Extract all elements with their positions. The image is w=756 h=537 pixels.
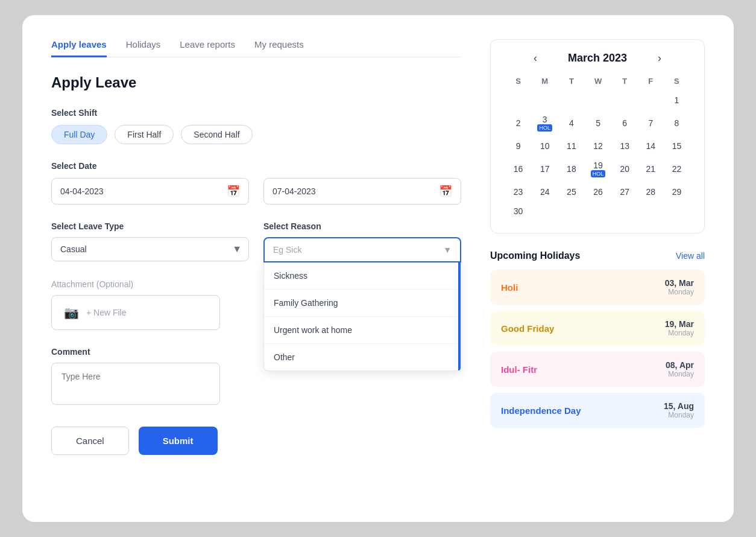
calendar-day[interactable]: 26 [584, 182, 611, 202]
date-row: 04-04-2023 📅 07-04-2023 📅 [51, 178, 461, 205]
calendar-day[interactable] [638, 202, 664, 221]
calendar-day[interactable]: 15 [664, 136, 690, 156]
tab-holidays[interactable]: Holidays [126, 39, 161, 57]
reason-trigger[interactable]: Eg Sick ▼ [263, 237, 461, 262]
reason-urgent-work[interactable]: Urgent work at home [264, 317, 458, 344]
reason-list: Sickness Family Gathering Urgent work at… [263, 262, 461, 371]
calendar-day[interactable]: 10 [531, 136, 558, 156]
calendar-day[interactable]: 12 [584, 136, 611, 156]
calendar-day[interactable] [612, 202, 638, 221]
tab-leave-reports[interactable]: Leave reports [180, 39, 235, 57]
calendar-day[interactable]: 9 [505, 136, 531, 156]
calendar-day[interactable]: 17 [531, 156, 558, 182]
holiday-card-idul-fitr: Idul- Fitr 08, Apr Monday [490, 352, 705, 387]
holiday-card-good-friday: Good Friday 19, Mar Monday [490, 311, 705, 346]
weekday-tue: T [558, 74, 584, 91]
calendar-day[interactable] [638, 91, 664, 110]
reason-family-gathering[interactable]: Family Gathering [264, 290, 458, 317]
holiday-date-num: 15, Aug [664, 401, 694, 411]
date-to-input[interactable]: 07-04-2023 [272, 186, 439, 196]
holiday-cards: Holi 03, Mar Monday Good Friday 19, Mar … [490, 270, 705, 428]
holiday-name: Independence Day [501, 405, 581, 416]
weekday-fri: F [638, 74, 664, 91]
holiday-date-num: 03, Mar [665, 278, 694, 288]
calendar-day[interactable] [558, 202, 584, 221]
calendar-prev-button[interactable]: ‹ [531, 52, 540, 65]
calendar-day[interactable]: 19HOL [584, 156, 611, 182]
holiday-date: 08, Apr Monday [666, 360, 694, 378]
form-row: Select Leave Type Casual Sick Annual Mat… [51, 221, 461, 262]
calendar-day[interactable]: 23 [505, 182, 531, 202]
calendar-day[interactable]: 3HOL [531, 110, 558, 136]
tab-apply-leaves[interactable]: Apply leaves [51, 39, 107, 57]
calendar-icon-to[interactable]: 📅 [439, 185, 452, 198]
tab-my-requests[interactable]: My requests [254, 39, 304, 57]
calendar-day[interactable]: 25 [558, 182, 584, 202]
calendar-day[interactable]: 22 [664, 156, 690, 182]
holiday-date-num: 19, Mar [665, 319, 694, 329]
calendar-day[interactable]: 29 [664, 182, 690, 202]
shift-section: Select Shift Full Day First Half Second … [51, 108, 461, 144]
calendar-day[interactable]: 20 [612, 156, 638, 182]
holidays-header: Upcoming Holidays View all [490, 250, 705, 261]
calendar-day[interactable]: 27 [612, 182, 638, 202]
holiday-date-day: Monday [666, 370, 694, 378]
holiday-card-holi: Holi 03, Mar Monday [490, 270, 705, 305]
image-icon: 📷 [64, 305, 79, 320]
date-section: Select Date 04-04-2023 📅 07-04-2023 📅 [51, 161, 461, 205]
calendar-day[interactable]: 11 [558, 136, 584, 156]
holiday-date: 03, Mar Monday [665, 278, 694, 296]
calendar-day[interactable] [531, 91, 558, 110]
holiday-name: Idul- Fitr [501, 364, 537, 375]
calendar-day[interactable]: 8 [664, 110, 690, 136]
calendar-day[interactable]: 16 [505, 156, 531, 182]
submit-button[interactable]: Submit [139, 427, 218, 455]
attachment-box[interactable]: 📷 + New File [51, 295, 220, 330]
main-card: Apply leaves Holidays Leave reports My r… [22, 15, 734, 522]
calendar-day[interactable]: 24 [531, 182, 558, 202]
reason-label: Select Reason [263, 221, 461, 231]
calendar-day[interactable] [612, 91, 638, 110]
shift-first-half[interactable]: First Half [115, 125, 174, 144]
holidays-title: Upcoming Holidays [490, 250, 580, 261]
calendar-day[interactable]: 4 [558, 110, 584, 136]
calendar-day[interactable]: 5 [584, 110, 611, 136]
calendar-day[interactable] [664, 202, 690, 221]
leave-type-select[interactable]: Casual Sick Annual Maternity [51, 237, 249, 261]
cancel-button[interactable]: Cancel [51, 427, 129, 455]
calendar-day[interactable] [531, 202, 558, 221]
weekday-mon: M [531, 74, 558, 91]
date-from-input[interactable]: 04-04-2023 [60, 186, 227, 196]
calendar-day[interactable] [558, 91, 584, 110]
leave-type-group: Select Leave Type Casual Sick Annual Mat… [51, 221, 249, 262]
calendar-day[interactable]: 6 [612, 110, 638, 136]
holidays-section: Upcoming Holidays View all Holi 03, Mar … [490, 250, 705, 434]
calendar-day[interactable]: 14 [638, 136, 664, 156]
calendar-month-title: March 2023 [549, 52, 646, 65]
calendar-day[interactable]: 30 [505, 202, 531, 221]
calendar-day[interactable]: 2 [505, 110, 531, 136]
view-all-link[interactable]: View all [676, 251, 705, 261]
calendar-next-button[interactable]: › [655, 52, 664, 65]
reason-other[interactable]: Other [264, 344, 458, 370]
calendar-day[interactable] [584, 91, 611, 110]
calendar-day[interactable]: 28 [638, 182, 664, 202]
comment-input[interactable] [51, 363, 220, 405]
attachment-optional: (Optional) [96, 279, 133, 289]
calendar-day[interactable]: 1 [664, 91, 690, 110]
shift-second-half[interactable]: Second Half [181, 125, 252, 144]
calendar-day[interactable]: 7 [638, 110, 664, 136]
calendar-section: ‹ March 2023 › S M T W T F S [490, 39, 705, 234]
calendar-day[interactable]: 13 [612, 136, 638, 156]
calendar-icon-from[interactable]: 📅 [227, 185, 240, 198]
calendar-day[interactable] [505, 91, 531, 110]
dropdown-scrollbar [458, 262, 461, 370]
holiday-card-independence-day: Independence Day 15, Aug Monday [490, 393, 705, 428]
weekday-sat: S [664, 74, 690, 91]
date-to-wrap: 07-04-2023 📅 [263, 178, 461, 205]
shift-full-day[interactable]: Full Day [51, 125, 107, 144]
calendar-day[interactable]: 21 [638, 156, 664, 182]
reason-sickness[interactable]: Sickness [264, 262, 458, 290]
calendar-day[interactable]: 18 [558, 156, 584, 182]
calendar-day[interactable] [584, 202, 611, 221]
